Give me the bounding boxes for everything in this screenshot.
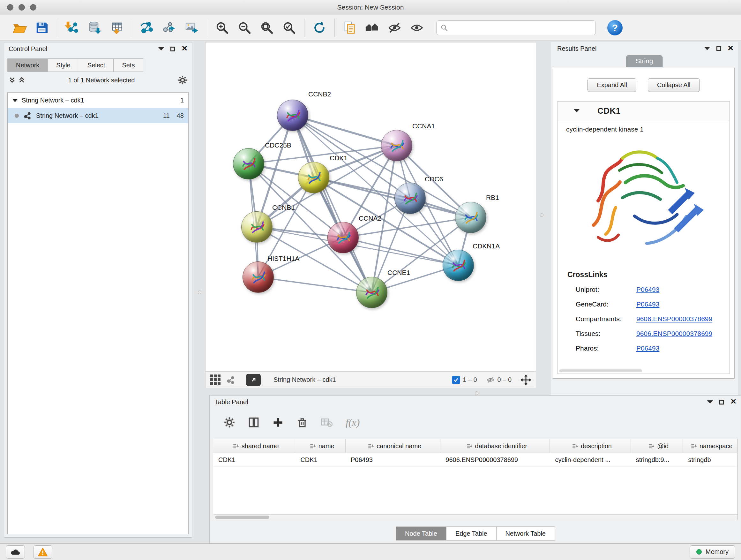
- create-column-plus-icon[interactable]: [272, 417, 284, 428]
- export-view-button[interactable]: [246, 374, 261, 386]
- panel-close-icon[interactable]: ×: [182, 44, 187, 53]
- table-cell[interactable]: CDK1: [213, 453, 295, 466]
- crosslink-value-link[interactable]: P06493: [636, 345, 659, 352]
- tab-network[interactable]: Network: [7, 58, 48, 72]
- help-button[interactable]: ?: [607, 20, 623, 36]
- panel-menu-icon[interactable]: [707, 400, 713, 403]
- network-node-ccnb2[interactable]: [277, 100, 308, 131]
- network-node-ccne1[interactable]: [356, 277, 387, 308]
- network-node-ccna2[interactable]: [327, 222, 359, 253]
- cloud-button[interactable]: [6, 545, 25, 559]
- zoom-fit-icon[interactable]: [259, 19, 275, 36]
- zoom-out-icon[interactable]: [236, 19, 253, 36]
- export-network-icon[interactable]: [161, 19, 178, 36]
- tab-sets[interactable]: Sets: [113, 58, 143, 72]
- table-cell[interactable]: 9606.ENSP00000378699: [441, 453, 550, 466]
- network-node-cdk1[interactable]: [298, 162, 329, 193]
- expand-all-button[interactable]: Expand All: [588, 78, 636, 92]
- collapse-all-icon[interactable]: [9, 76, 16, 84]
- crosslink-value-link[interactable]: P06493: [636, 300, 659, 308]
- column-header-canonical-name[interactable]: canonical name: [346, 439, 441, 453]
- checkbox-icon[interactable]: [452, 376, 460, 384]
- network-node-cdc25b[interactable]: [233, 148, 264, 179]
- crosslink-value-link[interactable]: 9606.ENSP00000378699: [636, 315, 712, 323]
- network-node-hist1h1a[interactable]: [243, 261, 274, 293]
- minimize-window-button[interactable]: [18, 4, 25, 10]
- panel-close-icon[interactable]: ×: [728, 43, 733, 53]
- gene-collapse-caret-icon[interactable]: [574, 109, 580, 112]
- table-options-gear-icon[interactable]: [224, 417, 235, 428]
- table-hscrollbar[interactable]: [213, 514, 737, 520]
- column-header-namespace[interactable]: namespace: [683, 439, 737, 453]
- tab-select[interactable]: Select: [79, 58, 114, 72]
- gene-card-header[interactable]: CDK1: [558, 102, 730, 120]
- table-cell[interactable]: stringdb:9...: [631, 453, 683, 466]
- copy-document-icon[interactable]: [341, 19, 358, 36]
- crosslink-value-link[interactable]: 9606.ENSP00000378699: [636, 330, 712, 337]
- zoom-in-icon[interactable]: [214, 19, 230, 36]
- export-image-icon[interactable]: [184, 19, 200, 36]
- column-header-shared-name[interactable]: shared name: [213, 439, 295, 453]
- refresh-layout-icon[interactable]: [311, 19, 328, 36]
- bottom-splitter-handle[interactable]: [475, 391, 478, 395]
- global-search-box[interactable]: [436, 20, 596, 35]
- show-eye-icon[interactable]: [408, 19, 425, 36]
- warnings-button[interactable]: [33, 545, 52, 559]
- network-edge[interactable]: [293, 115, 397, 145]
- table-cell[interactable]: stringdb: [683, 453, 737, 466]
- network-collection-row[interactable]: String Network – cdk1 1: [8, 92, 188, 108]
- panel-menu-icon[interactable]: [704, 47, 710, 50]
- tree-expand-caret-icon[interactable]: [12, 99, 18, 102]
- panel-float-icon[interactable]: [717, 46, 721, 51]
- pan-crosshair-icon[interactable]: [521, 374, 531, 385]
- show-columns-icon[interactable]: [248, 417, 259, 428]
- panel-float-icon[interactable]: [719, 400, 724, 405]
- global-search-input[interactable]: [448, 24, 592, 32]
- results-hscrollbar[interactable]: [559, 369, 642, 372]
- table-row[interactable]: CDK1CDK1P064939606.ENSP00000378699cyclin…: [213, 453, 737, 467]
- results-tab-string[interactable]: String: [626, 55, 663, 67]
- tab-style[interactable]: Style: [48, 58, 79, 72]
- panel-float-icon[interactable]: [171, 47, 175, 51]
- tab-network-table[interactable]: Network Table: [496, 526, 555, 541]
- network-node-cdkn1a[interactable]: [443, 250, 474, 281]
- tab-edge-table[interactable]: Edge Table: [446, 526, 496, 541]
- birds-eye-view-icon[interactable]: [226, 375, 235, 384]
- import-table-file-icon[interactable]: [109, 19, 125, 36]
- show-grid-icon[interactable]: [210, 374, 220, 385]
- network-options-gear-icon[interactable]: [178, 75, 187, 85]
- network-node-rb1[interactable]: [455, 202, 486, 233]
- delete-column-trash-icon[interactable]: [296, 417, 308, 428]
- table-cell[interactable]: CDK1: [295, 453, 346, 466]
- left-splitter-handle[interactable]: [198, 291, 201, 294]
- import-network-database-icon[interactable]: [86, 19, 103, 36]
- save-session-icon[interactable]: [33, 19, 50, 36]
- zoom-selected-icon[interactable]: [281, 19, 297, 36]
- first-neighbors-icon[interactable]: [139, 19, 155, 36]
- panel-menu-icon[interactable]: [158, 47, 164, 51]
- maximize-window-button[interactable]: [30, 4, 37, 10]
- table-cell[interactable]: cyclin-dependent ...: [550, 453, 630, 466]
- hide-eye-icon[interactable]: [386, 19, 403, 36]
- network-node-ccnb1[interactable]: [241, 211, 273, 243]
- expand-all-icon[interactable]: [18, 76, 25, 84]
- network-edge[interactable]: [314, 178, 471, 217]
- close-window-button[interactable]: [7, 4, 13, 10]
- tab-node-table[interactable]: Node Table: [396, 526, 447, 541]
- open-session-icon[interactable]: [11, 19, 28, 36]
- memory-button[interactable]: Memory: [690, 545, 735, 559]
- network-node-ccna1[interactable]: [381, 130, 412, 161]
- network-edge[interactable]: [258, 277, 372, 293]
- network-row[interactable]: String Network – cdk1 11 48: [8, 108, 188, 123]
- column-header-name[interactable]: name: [295, 439, 346, 453]
- home-views-icon[interactable]: [364, 19, 381, 36]
- panel-close-icon[interactable]: ×: [731, 396, 736, 406]
- network-node-cdc6[interactable]: [394, 183, 426, 214]
- column-header--id[interactable]: @id: [631, 439, 683, 453]
- right-splitter-handle[interactable]: [540, 213, 543, 217]
- import-network-file-icon[interactable]: [64, 19, 80, 36]
- network-edge[interactable]: [293, 115, 372, 293]
- column-header-database-identifier[interactable]: database identifier: [441, 439, 550, 453]
- crosslink-value-link[interactable]: P06493: [636, 286, 659, 294]
- network-view-canvas[interactable]: CCNB2CCNA1CDC25BCDK1CDC6RB1CCNB1CCNA2CDK…: [205, 42, 536, 371]
